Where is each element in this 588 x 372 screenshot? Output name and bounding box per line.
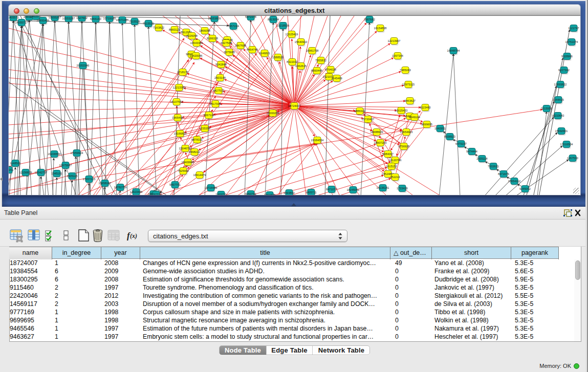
svg-text:9756928: 9756928 xyxy=(398,145,409,148)
svg-text:8813054: 8813054 xyxy=(268,18,279,21)
svg-text:20691406: 20691406 xyxy=(37,19,50,22)
svg-text:16210643: 16210643 xyxy=(552,114,564,117)
svg-text:1121747: 1121747 xyxy=(568,27,579,30)
svg-text:9245052: 9245052 xyxy=(519,187,531,190)
svg-text:8049104: 8049104 xyxy=(409,116,420,119)
svg-text:2226058: 2226058 xyxy=(186,34,198,37)
svg-text:2687682: 2687682 xyxy=(364,18,375,21)
svg-text:10688609: 10688609 xyxy=(371,130,383,134)
svg-text:10958107: 10958107 xyxy=(99,182,112,185)
svg-text:7632621: 7632621 xyxy=(488,165,499,168)
svg-text:15720407: 15720407 xyxy=(362,118,375,121)
svg-text:1148501: 1148501 xyxy=(10,162,20,165)
svg-text:16154838: 16154838 xyxy=(374,27,387,30)
svg-text:933151: 933151 xyxy=(9,168,13,171)
svg-text:16120746: 16120746 xyxy=(389,159,402,162)
svg-text:8990448: 8990448 xyxy=(311,69,322,72)
svg-text:8938923: 8938923 xyxy=(444,135,455,138)
svg-text:15751074: 15751074 xyxy=(565,40,578,43)
svg-text:20206550: 20206550 xyxy=(48,152,61,156)
svg-text:1965498: 1965498 xyxy=(172,116,183,119)
svg-text:19654923: 19654923 xyxy=(400,130,413,134)
svg-text:9463627: 9463627 xyxy=(404,99,416,102)
svg-text:7625402: 7625402 xyxy=(178,169,189,172)
svg-text:13325419: 13325419 xyxy=(286,33,298,36)
svg-text:6794028: 6794028 xyxy=(325,68,336,71)
svg-text:1505115: 1505115 xyxy=(67,174,77,178)
svg-text:14055717: 14055717 xyxy=(15,21,28,24)
svg-text:9457791: 9457791 xyxy=(169,183,181,186)
svg-text:1866058: 1866058 xyxy=(199,29,210,32)
svg-text:9242848: 9242848 xyxy=(215,63,227,66)
svg-text:19384554: 19384554 xyxy=(311,139,324,142)
svg-text:1267530: 1267530 xyxy=(567,157,578,160)
svg-text:1362615: 1362615 xyxy=(295,64,307,68)
svg-text:7515520: 7515520 xyxy=(143,22,154,25)
svg-text:3675685: 3675685 xyxy=(224,51,235,54)
svg-text:6479197: 6479197 xyxy=(455,142,467,145)
svg-text:10975647: 10975647 xyxy=(59,164,72,167)
svg-text:9474444: 9474444 xyxy=(466,150,477,153)
svg-text:1145469: 1145469 xyxy=(331,77,342,80)
svg-text:12893822: 12893822 xyxy=(554,83,567,86)
svg-text:8471676: 8471676 xyxy=(498,172,509,176)
svg-text:19218506: 19218506 xyxy=(277,24,290,27)
svg-text:1292374: 1292374 xyxy=(150,193,162,195)
svg-text:15716485: 15716485 xyxy=(205,186,217,189)
svg-text:8660123: 8660123 xyxy=(169,28,180,31)
svg-text:10655267: 10655267 xyxy=(49,16,61,19)
svg-text:10654112: 10654112 xyxy=(508,180,520,183)
svg-text:9115460: 9115460 xyxy=(420,106,430,109)
svg-text:18907249: 18907249 xyxy=(374,141,387,144)
svg-text:8186328: 8186328 xyxy=(207,37,218,40)
svg-text:1640951: 1640951 xyxy=(434,127,446,130)
svg-text:10025433: 10025433 xyxy=(395,109,408,112)
svg-text:1244415: 1244415 xyxy=(553,98,564,101)
svg-text:12923446: 12923446 xyxy=(130,190,143,193)
svg-text:12213967: 12213967 xyxy=(388,39,401,42)
svg-text:22420046: 22420046 xyxy=(190,54,203,57)
svg-text:10719185: 10719185 xyxy=(103,17,116,20)
svg-text:16053809: 16053809 xyxy=(208,17,221,20)
svg-text:1527602: 1527602 xyxy=(76,16,88,19)
svg-text:12156829: 12156829 xyxy=(19,171,32,174)
svg-text:1588520: 1588520 xyxy=(272,56,284,59)
svg-text:18245051: 18245051 xyxy=(347,188,360,191)
svg-text:16543382: 16543382 xyxy=(190,41,203,45)
svg-text:9350791: 9350791 xyxy=(245,192,256,195)
svg-text:16782759: 16782759 xyxy=(114,186,127,189)
svg-text:2718176: 2718176 xyxy=(177,71,188,74)
svg-text:17016504: 17016504 xyxy=(560,143,573,146)
svg-text:9517006: 9517006 xyxy=(210,102,221,105)
svg-text:1069251: 1069251 xyxy=(215,193,227,195)
svg-text:12342757: 12342757 xyxy=(35,171,48,174)
svg-text:1405571: 1405571 xyxy=(9,16,19,19)
svg-text:5972378: 5972378 xyxy=(245,16,256,18)
svg-text:12213389: 12213389 xyxy=(173,86,186,89)
svg-text:12975115: 12975115 xyxy=(402,83,415,86)
svg-text:2967608: 2967608 xyxy=(235,44,246,47)
svg-text:1615152: 1615152 xyxy=(386,165,397,168)
svg-text:252214: 252214 xyxy=(390,176,400,179)
svg-text:9699695: 9699695 xyxy=(421,123,432,126)
svg-text:15409948: 15409948 xyxy=(182,161,194,164)
svg-text:2935114: 2935114 xyxy=(476,157,487,160)
svg-text:16671385: 16671385 xyxy=(116,18,129,21)
svg-text:16914479: 16914479 xyxy=(193,173,206,177)
svg-text:8471077: 8471077 xyxy=(326,188,337,191)
svg-text:7357224: 7357224 xyxy=(228,25,239,28)
svg-text:18724007: 18724007 xyxy=(288,104,301,107)
svg-text:7163822: 7163822 xyxy=(153,26,164,29)
svg-text:8878331: 8878331 xyxy=(191,138,203,141)
svg-text:16107552: 16107552 xyxy=(170,100,183,103)
svg-text:2603144: 2603144 xyxy=(214,76,226,79)
svg-text:9146821: 9146821 xyxy=(259,52,270,55)
svg-text:7955812: 7955812 xyxy=(315,59,326,62)
svg-text:1733426: 1733426 xyxy=(397,187,408,190)
svg-text:9227342: 9227342 xyxy=(558,69,570,72)
svg-text:2886322: 2886322 xyxy=(354,110,365,113)
svg-text:10553287: 10553287 xyxy=(62,17,75,20)
svg-text:15640910: 15640910 xyxy=(295,40,308,43)
svg-text:1301875: 1301875 xyxy=(264,193,275,195)
svg-text:3215958: 3215958 xyxy=(541,107,552,110)
